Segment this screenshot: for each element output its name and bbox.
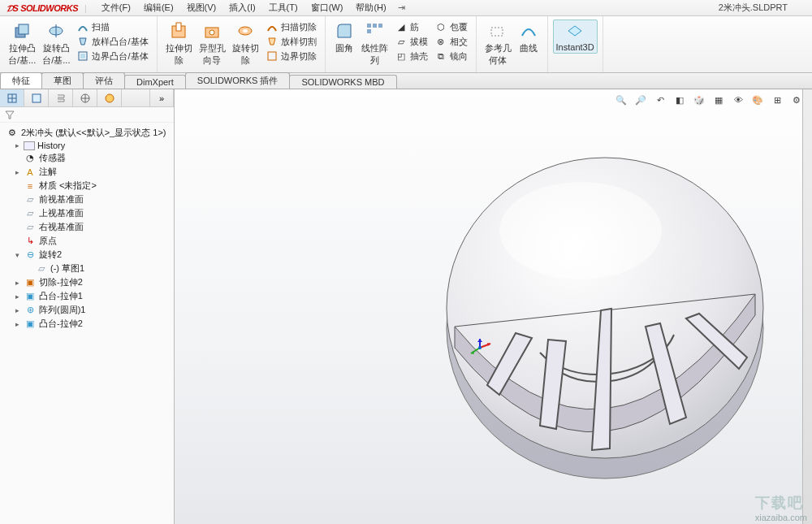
hole-wizard-button[interactable]: 异型孔 向导 [196, 19, 229, 68]
display-style-icon[interactable]: ▦ [711, 93, 726, 107]
boundary-icon [76, 50, 89, 63]
tab-evaluate[interactable]: 评估 [83, 72, 125, 89]
folder-icon [24, 141, 35, 150]
tree-boss-extrude2[interactable]: ▸▣凸台-拉伸2 [2, 317, 172, 331]
extrude-boss-button[interactable]: 拉伸凸 台/基... [5, 19, 39, 68]
svg-rect-12 [367, 24, 371, 28]
tree-right-plane[interactable]: ▱右视基准面 [2, 220, 172, 234]
menu-tools[interactable]: 工具(T) [262, 0, 304, 15]
revolve-boss-button[interactable]: 旋转凸 台/基... [39, 19, 73, 68]
fillet-icon [335, 21, 354, 41]
draft-button[interactable]: ▱拔模 [391, 34, 431, 49]
tree-origin[interactable]: ↳原点 [2, 234, 172, 248]
sketch-icon: ▱ [35, 263, 48, 275]
menu-view[interactable]: 视图(V) [180, 0, 223, 15]
panel-tab-icons: » [0, 89, 174, 107]
tree-sensors[interactable]: ◔传感器 [2, 151, 172, 165]
sweep-button[interactable]: 扫描 [73, 19, 151, 34]
appearance-tab-icon[interactable] [97, 89, 122, 106]
previous-view-icon[interactable]: ↶ [653, 93, 667, 107]
tree-root[interactable]: ⚙2米冲头 (默认<<默认>_显示状态 1>) [2, 126, 172, 140]
filter-row[interactable] [0, 107, 174, 123]
svg-rect-1 [19, 24, 28, 34]
cut-revolve-button[interactable]: 旋转切 除 [229, 19, 262, 68]
instant3d-button[interactable]: Instant3D [553, 19, 598, 54]
shell-button[interactable]: ◰抽壳 [391, 49, 431, 63]
plane-icon: ▱ [24, 222, 37, 233]
boss-feature-icon: ▣ [24, 291, 37, 302]
menu-edit[interactable]: 编辑(E) [137, 0, 180, 15]
pin-icon[interactable]: ⇥ [398, 2, 405, 13]
menu-file[interactable]: 文件(F) [95, 0, 137, 15]
app-logo: 𝓓S SOLIDWORKS [0, 2, 84, 14]
tree-history[interactable]: ▸History [2, 140, 172, 151]
cut-feature-icon: ▣ [24, 277, 37, 288]
zoom-area-icon[interactable]: 🔎 [633, 93, 648, 107]
view-orientation-icon[interactable]: 🎲 [692, 93, 706, 107]
feature-manager-panel: » ⚙2米冲头 (默认<<默认>_显示状态 1>) ▸History ◔传感器 … [0, 89, 175, 524]
svg-rect-14 [378, 24, 382, 28]
document-title: 2米冲头.SLDPRT [719, 2, 788, 14]
wrap-icon: ⬡ [434, 20, 447, 33]
cut-boundary-button[interactable]: 边界切除 [262, 49, 320, 63]
curves-button[interactable]: 曲线 [515, 19, 542, 56]
linear-pattern-button[interactable]: 线性阵 列 [358, 19, 391, 68]
scene-icon[interactable]: ⊞ [770, 93, 784, 107]
section-view-icon[interactable]: ◧ [672, 93, 687, 107]
mirror-button[interactable]: ⧉镜向 [431, 49, 471, 63]
zoom-fit-icon[interactable]: 🔍 [614, 93, 628, 107]
dimxpert-tab-icon[interactable] [73, 89, 97, 106]
intersect-button[interactable]: ⊗相交 [431, 34, 471, 49]
tree-top-plane[interactable]: ▱上视基准面 [2, 206, 172, 220]
rib-icon: ◢ [395, 20, 408, 33]
svg-point-10 [243, 29, 248, 32]
refgeom-icon [488, 21, 508, 41]
boundary-button[interactable]: 边界凸台/基体 [73, 49, 151, 63]
boss-feature-icon: ▣ [24, 318, 37, 330]
menu-help[interactable]: 帮助(H) [349, 0, 392, 15]
tree-material[interactable]: ≡材质 <未指定> [2, 179, 172, 193]
tree-annotations[interactable]: ▸A注解 [2, 165, 172, 179]
feature-tree-tab-icon[interactable] [0, 89, 24, 106]
menu-window[interactable]: 窗口(W) [304, 0, 350, 15]
svg-rect-18 [32, 94, 41, 102]
tree-cut-extrude2[interactable]: ▸▣切除-拉伸2 [2, 275, 172, 289]
tree-revolve2[interactable]: ▾⊖旋转2 [2, 248, 172, 262]
tree-front-plane[interactable]: ▱前视基准面 [2, 193, 172, 206]
ref-geometry-button[interactable]: 参考几 何体 [482, 19, 515, 68]
heads-up-toolbar: 🔍 🔎 ↶ ◧ 🎲 ▦ 👁 🎨 ⊞ ⚙ [614, 93, 804, 107]
annotation-icon: A [24, 167, 37, 178]
loft-icon [76, 35, 89, 48]
panel-expand-icon[interactable]: » [149, 89, 174, 106]
tab-addins[interactable]: SOLIDWORKS 插件 [185, 72, 291, 89]
tree-circular-pattern1[interactable]: ▸⊛阵列(圆周)1 [2, 303, 172, 317]
cut-extrude-button[interactable]: 拉伸切 除 [162, 19, 196, 68]
tree-sketch1[interactable]: ▱(-) 草图1 [2, 262, 172, 275]
title-bar: 𝓓S SOLIDWORKS | 文件(F) 编辑(E) 视图(V) 插入(I) … [0, 0, 812, 16]
material-icon: ≡ [24, 180, 37, 192]
tab-sketch[interactable]: 草图 [41, 72, 84, 89]
tab-features[interactable]: 特征 [0, 72, 42, 89]
tree-boss-extrude1[interactable]: ▸▣凸台-拉伸1 [2, 289, 172, 303]
wrap-button[interactable]: ⬡包覆 [431, 19, 471, 34]
task-pane-flyout[interactable] [802, 89, 812, 524]
property-tab-icon[interactable] [24, 89, 49, 106]
origin-triad-icon [468, 337, 492, 358]
rib-button[interactable]: ◢筋 [391, 19, 431, 34]
cut-loft-button[interactable]: 放样切割 [262, 34, 320, 49]
extrude-icon [12, 21, 32, 41]
menu-insert[interactable]: 插入(I) [222, 0, 261, 15]
tab-mbd[interactable]: SOLIDWORKS MBD [289, 75, 396, 89]
fillet-button[interactable]: 圆角 [330, 19, 358, 56]
origin-icon: ↳ [24, 236, 37, 247]
hide-show-icon[interactable]: 👁 [731, 93, 745, 107]
draft-icon: ▱ [395, 35, 408, 48]
filter-icon [5, 110, 15, 119]
feature-tree: ⚙2米冲头 (默认<<默认>_显示状态 1>) ▸History ◔传感器 ▸A… [0, 123, 174, 524]
config-tab-icon[interactable] [49, 89, 73, 106]
cut-sweep-button[interactable]: 扫描切除 [262, 19, 320, 34]
appearance-icon[interactable]: 🎨 [750, 93, 765, 107]
graphics-viewport[interactable]: 🔍 🔎 ↶ ◧ 🎲 ▦ 👁 🎨 ⊞ ⚙ [175, 89, 812, 524]
tab-dimxpert[interactable]: DimXpert [124, 75, 186, 89]
loft-button[interactable]: 放样凸台/基体 [73, 34, 151, 49]
